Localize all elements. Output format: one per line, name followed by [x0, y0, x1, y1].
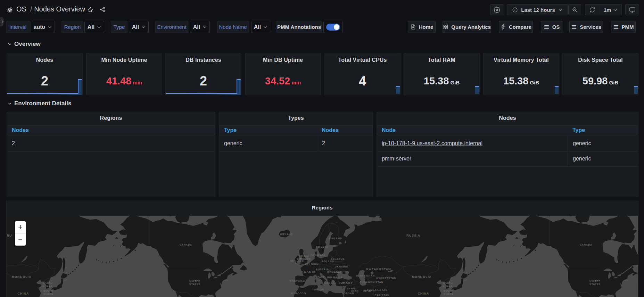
svg-text:KOREA: KOREA: [444, 293, 454, 296]
svg-text:PAKISTAN: PAKISTAN: [375, 294, 389, 297]
svg-text:CANADA: CANADA: [180, 244, 192, 246]
svg-text:KOREA: KOREA: [43, 285, 53, 288]
svg-text:UZBEKISTAN: UZBEKISTAN: [356, 274, 375, 277]
svg-text:JORDAN: JORDAN: [342, 292, 354, 295]
svg-text:UNITED: UNITED: [189, 280, 200, 283]
svg-text:DENMARK: DENMARK: [311, 254, 326, 257]
svg-text:RUSSIA: RUSSIA: [406, 234, 420, 237]
svg-text:AFGHANISTAN: AFGHANISTAN: [366, 289, 388, 291]
svg-text:SOUTH: SOUTH: [444, 290, 453, 292]
svg-text:TURKMENISTAN: TURKMENISTAN: [360, 281, 383, 284]
svg-text:TUNISIA: TUNISIA: [312, 288, 324, 291]
svg-text:CHINA: CHINA: [418, 292, 429, 295]
svg-text:STATES: STATES: [589, 283, 601, 286]
svg-text:MONGOLIA: MONGOLIA: [412, 275, 432, 279]
svg-text:UNITED: UNITED: [589, 280, 601, 283]
svg-text:POLAND: POLAND: [322, 260, 334, 263]
svg-text:GREECE: GREECE: [324, 282, 336, 284]
svg-text:IRELAND: IRELAND: [290, 259, 304, 263]
svg-text:TURKEY: TURKEY: [338, 281, 353, 284]
svg-text:MONGOLIA: MONGOLIA: [12, 275, 32, 279]
svg-text:CHINA: CHINA: [18, 292, 29, 295]
svg-text:RU: RU: [7, 234, 12, 237]
svg-text:KOREA: KOREA: [43, 293, 53, 296]
svg-text:SWEDEN: SWEDEN: [316, 246, 329, 248]
svg-text:NORTH: NORTH: [43, 282, 52, 285]
svg-text:UKRAINE: UKRAINE: [335, 265, 348, 268]
svg-text:FINLAND: FINLAND: [329, 237, 342, 240]
svg-text:UNITED: UNITED: [299, 255, 309, 257]
svg-text:KYRGYZSTAN: KYRGYZSTAN: [376, 277, 396, 280]
svg-text:ICELAND: ICELAND: [280, 233, 293, 236]
svg-text:MOROCCO: MOROCCO: [291, 292, 306, 295]
svg-text:BELGIUM: BELGIUM: [305, 263, 319, 266]
svg-text:SOUTH: SOUTH: [43, 290, 53, 292]
svg-text:ROMANIA: ROMANIA: [327, 271, 341, 274]
svg-text:CANADA: CANADA: [580, 244, 592, 246]
svg-text:KOREA: KOREA: [443, 285, 453, 288]
svg-text:STATES: STATES: [189, 283, 200, 286]
svg-text:NORTH: NORTH: [443, 282, 453, 285]
svg-text:ITALY: ITALY: [316, 276, 325, 279]
svg-text:AUSTRIA: AUSTRIA: [316, 268, 329, 271]
svg-text:PORTUGAL: PORTUGAL: [290, 280, 306, 283]
svg-text:FRANCE: FRANCE: [302, 270, 317, 274]
svg-text:KAZAKHSTAN: KAZAKHSTAN: [366, 267, 391, 271]
svg-text:BULGARIA: BULGARIA: [327, 276, 343, 279]
